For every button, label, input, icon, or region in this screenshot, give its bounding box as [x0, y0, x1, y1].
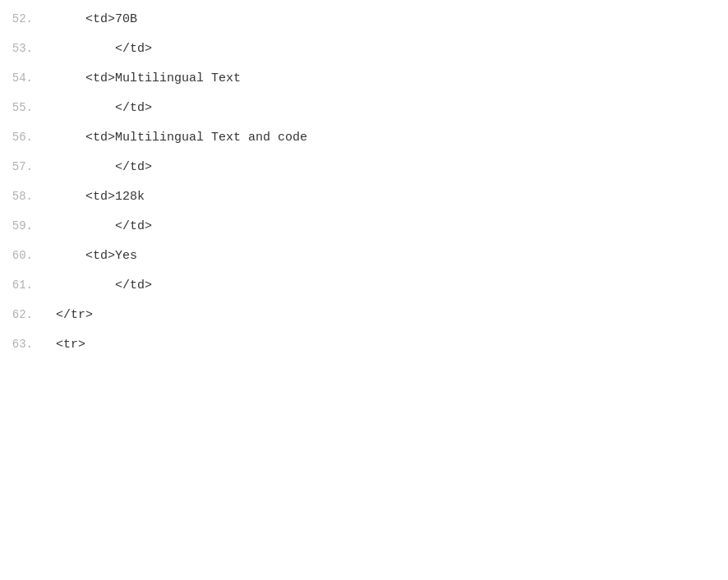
line-number: 53. [0, 39, 49, 59]
code-line: 63.<tr> [0, 332, 728, 361]
code-line: 62.</tr> [0, 302, 728, 332]
code-line: 58. <td>128k [0, 184, 728, 214]
line-number: 54. [0, 68, 49, 89]
line-content: <td>Yes [49, 245, 728, 267]
code-editor: 52. <td>70B53. </td>54. <td>Multilingual… [0, 0, 728, 580]
line-content: </tr> [49, 304, 728, 326]
code-line: 52. <td>70B [0, 7, 728, 36]
line-content: <td>70B [49, 8, 728, 30]
code-line: 56. <td>Multilingual Text and code [0, 125, 728, 154]
line-number: 62. [0, 305, 49, 325]
line-content: <td>Multilingual Text [49, 67, 728, 90]
line-content: <tr> [49, 334, 728, 356]
line-content: </td> [49, 215, 728, 237]
code-line: 57. </td> [0, 154, 728, 184]
code-line: 60. <td>Yes [0, 243, 728, 273]
line-number: 60. [0, 246, 49, 266]
line-content: </td> [49, 274, 728, 297]
line-number: 61. [0, 275, 49, 296]
code-line: 53. </td> [0, 36, 728, 66]
line-number: 58. [0, 186, 49, 207]
line-number: 52. [0, 9, 49, 30]
line-content: <td>Multilingual Text and code [49, 127, 728, 149]
line-number: 57. [0, 157, 49, 177]
line-content: <td>128k [49, 186, 728, 208]
line-content: </td> [49, 156, 728, 178]
line-content: </td> [49, 97, 728, 119]
code-line: 55. </td> [0, 95, 728, 125]
line-content: </td> [49, 38, 728, 60]
line-number: 56. [0, 127, 49, 148]
line-number: 55. [0, 98, 49, 118]
code-line: 54. <td>Multilingual Text [0, 66, 728, 95]
line-number: 59. [0, 216, 49, 237]
code-line: 61. </td> [0, 273, 728, 302]
line-number: 63. [0, 334, 49, 355]
code-line: 59. </td> [0, 214, 728, 243]
